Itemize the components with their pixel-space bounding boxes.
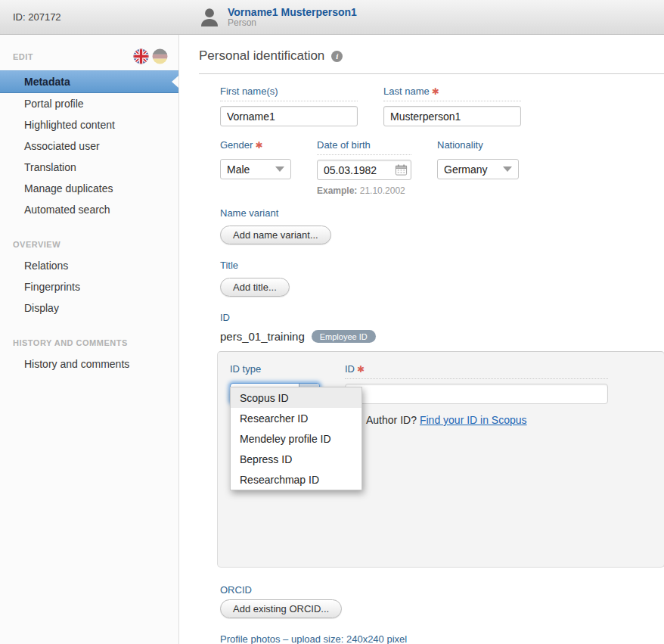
dob-example: Example: 21.10.2002	[317, 185, 411, 196]
sidebar-item-metadata[interactable]: Metadata	[0, 70, 178, 93]
id-group-label: ID	[220, 312, 664, 323]
add-title-button[interactable]: Add title...	[220, 278, 290, 297]
id-type-dropdown: Scopus ID Researcher ID Mendeley profile…	[230, 387, 362, 490]
sidebar-item-portal-profile[interactable]: Portal profile	[0, 93, 178, 114]
gender-label: Gender✱	[220, 139, 291, 154]
required-asterisk: ✱	[432, 86, 439, 97]
id-type-label: ID type	[230, 363, 345, 378]
record-id: ID: 207172	[13, 11, 198, 23]
id-input[interactable]	[345, 384, 608, 404]
sidebar-section-edit: EDIT	[13, 52, 33, 61]
required-asterisk: ✱	[357, 364, 365, 375]
main-content: Personal identification i First name(s) …	[179, 35, 664, 644]
german-flag-icon[interactable]	[152, 48, 168, 64]
dropdown-option-mendeley-profile-id[interactable]: Mendeley profile ID	[231, 428, 361, 449]
chevron-down-icon	[503, 166, 512, 172]
name-variant-label: Name variant	[220, 207, 664, 219]
sidebar-item-relations[interactable]: Relations	[0, 255, 178, 276]
sidebar-item-manage-duplicates[interactable]: Manage duplicates	[0, 178, 178, 199]
id-input-label: ID✱	[345, 363, 608, 379]
profile-photos-label: Profile photos – upload size: 240x240 pi…	[220, 633, 664, 644]
nationality-select[interactable]: Germany	[437, 159, 519, 179]
title-divider	[199, 73, 664, 74]
sidebar-item-automated-search[interactable]: Automated search	[0, 199, 178, 220]
dropdown-option-scopus-id[interactable]: Scopus ID	[231, 387, 361, 408]
id-editor-panel: ID type Scopus ID Scopus ID Researcher I…	[217, 351, 664, 568]
person-icon	[198, 6, 221, 29]
sidebar-item-history-and-comments[interactable]: History and comments	[0, 353, 178, 375]
dropdown-option-bepress-id[interactable]: Bepress ID	[231, 449, 361, 469]
first-name-label: First name(s)	[220, 86, 358, 101]
gender-select[interactable]: Male	[220, 159, 291, 179]
page-title: Personal identification	[199, 48, 324, 64]
sidebar-section-overview: OVERVIEW	[13, 240, 178, 249]
dob-label: Date of birth	[317, 139, 411, 155]
orcid-label: ORCID	[220, 584, 664, 596]
scopus-hint: Author ID?Find your ID in Scopus	[366, 414, 652, 426]
uk-flag-icon[interactable]	[133, 48, 149, 64]
add-name-variant-button[interactable]: Add name variant...	[220, 226, 331, 244]
sidebar-item-associated-user[interactable]: Associated user	[0, 135, 178, 157]
language-switcher	[133, 48, 168, 64]
dropdown-option-researcher-id[interactable]: Researcher ID	[231, 408, 361, 428]
sidebar-item-fingerprints[interactable]: Fingerprints	[0, 276, 178, 297]
add-existing-orcid-button[interactable]: Add existing ORCID...	[220, 599, 342, 618]
employee-id-badge: Employee ID	[312, 330, 376, 343]
nationality-label: Nationality	[437, 139, 519, 154]
chevron-down-icon	[275, 166, 284, 172]
sidebar-item-display[interactable]: Display	[0, 297, 178, 319]
dropdown-option-researchmap-id[interactable]: Researchmap ID	[231, 469, 361, 490]
sidebar-section-history: HISTORY AND COMMENTS	[13, 338, 178, 347]
sidebar-item-highlighted-content[interactable]: Highlighted content	[0, 114, 178, 135]
calendar-icon[interactable]	[395, 163, 408, 176]
find-id-in-scopus-link[interactable]: Find your ID in Scopus	[420, 414, 527, 426]
last-name-label: Last name✱	[383, 86, 521, 101]
window-header: ID: 207172 Vorname1 Musterperson1 Person	[0, 0, 664, 35]
person-header: Vorname1 Musterperson1 Person	[198, 6, 357, 29]
required-asterisk: ✱	[255, 140, 262, 151]
title-group-label: Title	[220, 260, 664, 271]
info-icon[interactable]: i	[331, 51, 343, 62]
last-name-input[interactable]	[383, 106, 521, 126]
person-type: Person	[228, 18, 357, 29]
id-value: pers_01_training	[220, 330, 305, 343]
first-name-input[interactable]	[220, 106, 358, 126]
sidebar: EDIT	[0, 35, 179, 644]
person-name: Vorname1 Musterperson1	[228, 6, 357, 18]
sidebar-item-translation[interactable]: Translation	[0, 157, 178, 178]
